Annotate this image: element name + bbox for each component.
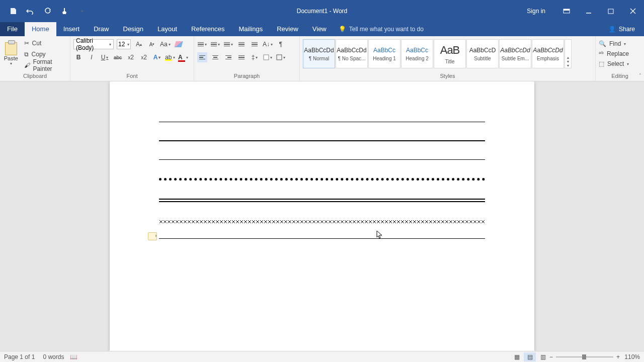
style-title[interactable]: AaBTitle bbox=[434, 39, 466, 68]
brush-icon: 🖌 bbox=[24, 62, 30, 69]
copy-button[interactable]: ⧉Copy bbox=[24, 49, 67, 59]
read-mode-icon[interactable]: ▦ bbox=[511, 352, 523, 361]
text-effects-icon[interactable]: A bbox=[152, 52, 162, 62]
increase-indent-icon[interactable] bbox=[250, 39, 260, 49]
justify-icon[interactable] bbox=[236, 52, 247, 62]
tab-design[interactable]: Design bbox=[116, 22, 150, 36]
zoom-track[interactable] bbox=[556, 356, 613, 357]
styles-gallery-more[interactable]: ▴▾▾ bbox=[565, 39, 572, 68]
web-layout-icon[interactable]: ▥ bbox=[537, 352, 549, 361]
style-emphasis[interactable]: AaBbCcDdEmphasis bbox=[532, 39, 564, 68]
page[interactable] bbox=[110, 81, 534, 351]
ribbon-display-icon[interactable] bbox=[555, 0, 578, 22]
autocorrect-options-icon[interactable] bbox=[148, 232, 157, 240]
style-heading-2[interactable]: AaBbCcHeading 2 bbox=[401, 39, 433, 68]
undo-icon[interactable] bbox=[26, 7, 34, 15]
print-layout-icon[interactable]: ▤ bbox=[524, 352, 536, 361]
zoom-slider[interactable]: − + 110% bbox=[549, 353, 640, 360]
zoom-in-icon[interactable]: + bbox=[616, 353, 620, 360]
horizontal-line-triple bbox=[159, 199, 485, 202]
tab-layout[interactable]: Layout bbox=[150, 22, 184, 36]
underline-button[interactable]: U bbox=[100, 52, 110, 62]
save-icon[interactable] bbox=[9, 7, 17, 15]
shrink-font-icon[interactable]: A▾ bbox=[147, 39, 157, 49]
tab-view[interactable]: View bbox=[305, 22, 334, 36]
replace-icon: ᵃᵇ bbox=[599, 50, 604, 57]
align-left-icon[interactable] bbox=[197, 52, 207, 62]
minimize-icon[interactable] bbox=[578, 0, 600, 22]
paste-button[interactable]: Paste ▾ bbox=[3, 38, 19, 69]
maximize-icon[interactable] bbox=[600, 0, 622, 22]
scissors-icon: ✂ bbox=[24, 40, 29, 47]
qat-customize-icon[interactable] bbox=[77, 7, 86, 15]
tell-me-search[interactable]: 💡 Tell me what you want to do bbox=[339, 22, 424, 36]
style-subtle-em---[interactable]: AaBbCcDdSubtle Em... bbox=[499, 39, 531, 68]
horizontal-line-thin bbox=[159, 238, 485, 239]
ribbon-tabs: File Home Insert Draw Design Layout Refe… bbox=[0, 22, 644, 36]
horizontal-line-wavy bbox=[159, 220, 485, 223]
sign-in-link[interactable]: Sign in bbox=[527, 8, 545, 15]
bullets-icon[interactable] bbox=[197, 39, 207, 49]
font-name-combo[interactable]: Calibri (Body)▾ bbox=[73, 39, 114, 49]
tab-file[interactable]: File bbox=[0, 22, 25, 36]
horizontal-line-dotted bbox=[159, 178, 485, 180]
group-label-font: Font bbox=[73, 73, 191, 80]
page-indicator[interactable]: Page 1 of 1 bbox=[4, 353, 35, 360]
word-count[interactable]: 0 words bbox=[43, 353, 64, 360]
superscript-button[interactable]: x2 bbox=[139, 52, 149, 62]
horizontal-line-thin bbox=[159, 159, 485, 160]
tab-draw[interactable]: Draw bbox=[87, 22, 116, 36]
tab-mailings[interactable]: Mailings bbox=[232, 22, 270, 36]
status-bar: Page 1 of 1 0 words 📖 ▦ ▤ ▥ − + 110% bbox=[0, 351, 644, 362]
decrease-indent-icon[interactable] bbox=[236, 39, 247, 49]
highlight-color-icon[interactable]: ab bbox=[165, 52, 175, 62]
font-size-combo[interactable]: 12▾ bbox=[117, 39, 131, 49]
sort-icon[interactable]: A↓ bbox=[263, 39, 273, 49]
show-hide-marks-icon[interactable]: ¶ bbox=[276, 39, 286, 49]
tab-home[interactable]: Home bbox=[25, 22, 56, 36]
style---no-spac---[interactable]: AaBbCcDd¶ No Spac... bbox=[336, 39, 368, 68]
group-label-editing: Editing bbox=[599, 73, 641, 80]
zoom-out-icon[interactable]: − bbox=[549, 353, 553, 360]
close-icon[interactable] bbox=[622, 0, 644, 22]
collapse-ribbon-icon[interactable]: ˆ bbox=[639, 73, 641, 79]
clear-formatting-icon[interactable] bbox=[174, 39, 184, 49]
bold-button[interactable]: B bbox=[73, 52, 84, 62]
share-icon: 👤 bbox=[608, 26, 616, 33]
font-color-icon[interactable]: A bbox=[178, 52, 188, 62]
tab-references[interactable]: References bbox=[184, 22, 231, 36]
zoom-value[interactable]: 110% bbox=[623, 353, 640, 360]
grow-font-icon[interactable]: A▴ bbox=[134, 39, 144, 49]
align-center-icon[interactable] bbox=[210, 52, 220, 62]
title-bar: Document1 - Word Sign in bbox=[0, 0, 644, 22]
touch-mode-icon[interactable] bbox=[60, 7, 68, 15]
horizontal-line-thin bbox=[159, 122, 485, 122]
copy-icon: ⧉ bbox=[24, 51, 29, 58]
lightbulb-icon: 💡 bbox=[339, 26, 346, 33]
style-subtitle[interactable]: AaBbCcDSubtitle bbox=[466, 39, 499, 68]
replace-button[interactable]: ᵃᵇReplace bbox=[599, 49, 641, 58]
shading-icon[interactable] bbox=[263, 52, 273, 62]
style-heading-1[interactable]: AaBbCcHeading 1 bbox=[368, 39, 400, 68]
tab-review[interactable]: Review bbox=[270, 22, 305, 36]
align-right-icon[interactable] bbox=[223, 52, 233, 62]
borders-icon[interactable] bbox=[276, 52, 286, 62]
subscript-button[interactable]: x2 bbox=[126, 52, 136, 62]
share-button[interactable]: 👤 Share bbox=[603, 22, 640, 36]
spell-check-icon[interactable]: 📖 bbox=[70, 353, 77, 360]
numbering-icon[interactable] bbox=[210, 39, 220, 49]
redo-icon[interactable] bbox=[43, 7, 51, 15]
line-spacing-icon[interactable]: ‡ bbox=[250, 52, 260, 62]
multilevel-list-icon[interactable] bbox=[223, 39, 233, 49]
change-case-icon[interactable]: Aa bbox=[160, 39, 171, 49]
tab-insert[interactable]: Insert bbox=[56, 22, 87, 36]
style---normal[interactable]: AaBbCcDd¶ Normal bbox=[303, 39, 335, 68]
window-title: Document1 - Word bbox=[297, 8, 347, 15]
cut-button[interactable]: ✂Cut bbox=[24, 38, 67, 48]
strikethrough-button[interactable]: abc bbox=[113, 52, 123, 62]
format-painter-button[interactable]: 🖌Format Painter bbox=[24, 60, 67, 70]
select-button[interactable]: ⬚Select▾ bbox=[599, 59, 641, 68]
italic-button[interactable]: I bbox=[87, 52, 97, 62]
find-button[interactable]: 🔍Find▾ bbox=[599, 39, 641, 48]
quick-access-toolbar bbox=[0, 7, 86, 15]
